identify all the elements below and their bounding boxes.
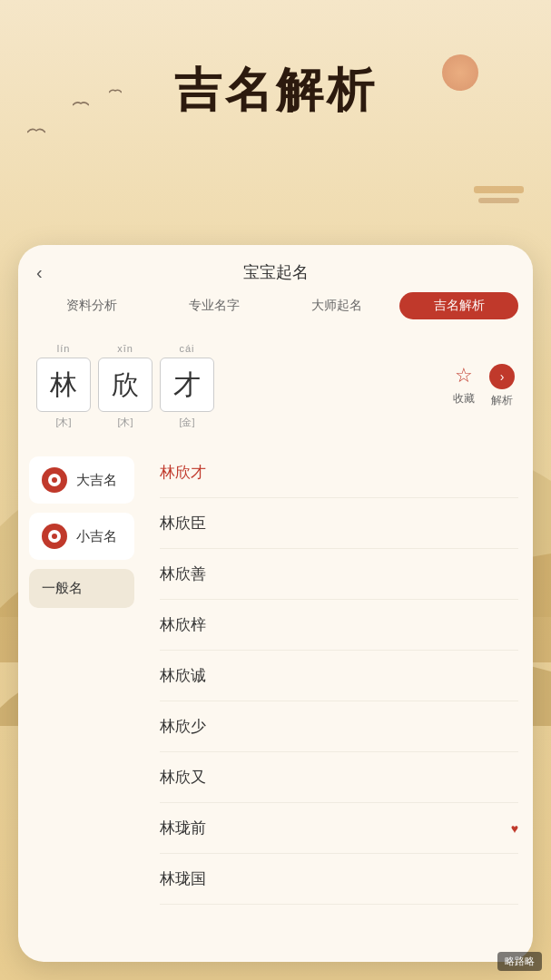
analyze-label: 解析 (491, 393, 513, 408)
character-group: lín 林 [木] xīn 欣 [木] cái 才 [金] (36, 343, 214, 429)
heart-icon-8: ♥ (511, 821, 518, 836)
yiban-label: 一般名 (42, 580, 83, 597)
category-xiaoji[interactable]: 小吉名 (29, 513, 134, 560)
element-1: [木] (55, 416, 71, 429)
daji-label: 大吉名 (76, 472, 117, 489)
category-daji[interactable]: 大吉名 (29, 456, 134, 504)
xiaoji-label: 小吉名 (76, 528, 117, 545)
tab-lucky[interactable]: 吉名解析 (399, 292, 518, 319)
name-item-8[interactable]: 林珑前 ♥ (160, 803, 518, 854)
svg-rect-0 (474, 186, 524, 193)
name-text-1: 林欣才 (160, 462, 206, 483)
collect-label: 收藏 (453, 391, 475, 407)
pinyin-2: xīn (117, 343, 133, 354)
character-box-1: lín 林 [木] (36, 343, 91, 429)
tab-expert[interactable]: 专业名字 (155, 292, 274, 319)
daji-icon (42, 467, 67, 493)
name-text-6: 林欣少 (160, 716, 206, 737)
tab-master[interactable]: 大师起名 (278, 292, 397, 319)
action-group: ☆ 收藏 › 解析 (453, 364, 515, 408)
svg-rect-1 (478, 198, 519, 203)
star-icon: ☆ (455, 364, 473, 387)
element-3: [金] (179, 416, 194, 429)
name-item-7[interactable]: 林欣又 (160, 752, 518, 803)
xiaoji-icon (42, 524, 67, 549)
card-title: 宝宝起名 (243, 261, 309, 283)
characters-section: lín 林 [木] xīn 欣 [木] cái 才 [金] ☆ 收藏 (18, 334, 533, 447)
daji-icon-inner (48, 474, 61, 486)
category-sidebar: 大吉名 小吉名 一般名 (18, 447, 145, 962)
character-box-3: cái 才 [金] (160, 343, 214, 429)
name-text-4: 林欣梓 (160, 614, 206, 635)
name-text-9: 林珑国 (160, 868, 206, 889)
xiaoji-icon-inner (48, 530, 61, 543)
name-item-6[interactable]: 林欣少 (160, 701, 518, 752)
name-text-3: 林欣善 (160, 564, 206, 584)
name-item-9[interactable]: 林珑国 (160, 854, 518, 905)
analyze-action[interactable]: › 解析 (489, 364, 515, 408)
char-frame-1: 林 (36, 358, 91, 412)
pinyin-1: lín (57, 343, 71, 354)
ribbon-decoration (474, 181, 528, 209)
name-item-5[interactable]: 林欣诚 (160, 651, 518, 701)
name-text-2: 林欣臣 (160, 513, 206, 534)
page-title: 吉名解析 (0, 59, 551, 122)
back-button[interactable]: ‹ (36, 262, 43, 283)
name-item-3[interactable]: 林欣善 (160, 549, 518, 600)
char-frame-2: 欣 (98, 358, 153, 412)
tab-analysis[interactable]: 资料分析 (33, 292, 152, 319)
name-text-5: 林欣诚 (160, 665, 206, 686)
char-frame-3: 才 (160, 358, 214, 412)
tab-bar: 资料分析 专业名字 大师起名 吉名解析 (18, 292, 533, 319)
watermark: 略路略 (497, 952, 542, 971)
bird-icon-3 (27, 127, 45, 141)
name-item-4[interactable]: 林欣梓 (160, 600, 518, 651)
character-box-2: xīn 欣 [木] (98, 343, 153, 429)
name-text-8: 林珑前 (160, 818, 206, 838)
element-2: [木] (117, 416, 133, 429)
name-list[interactable]: 林欣才 林欣臣 林欣善 林欣梓 林欣诚 林欣少 林欣又 林珑前 ♥ (145, 447, 533, 962)
card-header: ‹ 宝宝起名 (18, 245, 533, 292)
main-card: ‹ 宝宝起名 资料分析 专业名字 大师起名 吉名解析 lín 林 [木] xīn… (18, 245, 533, 962)
name-item-2[interactable]: 林欣臣 (160, 498, 518, 549)
pinyin-3: cái (179, 343, 194, 354)
collect-action[interactable]: ☆ 收藏 (453, 364, 475, 408)
name-text-7: 林欣又 (160, 767, 206, 788)
category-yiban[interactable]: 一般名 (29, 569, 134, 608)
arrow-right-icon: › (489, 364, 515, 389)
name-item-1[interactable]: 林欣才 (160, 447, 518, 498)
char-actions: ☆ 收藏 › 解析 (453, 364, 515, 408)
main-content: 大吉名 小吉名 一般名 林欣才 林欣臣 林欣善 (18, 447, 533, 962)
